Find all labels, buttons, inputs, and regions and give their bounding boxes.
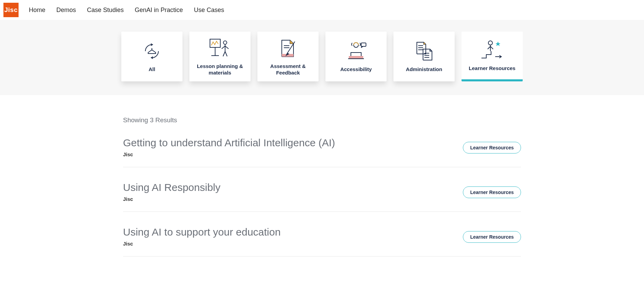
result-title[interactable]: Getting to understand Artificial Intelli…: [123, 137, 335, 149]
result-tag[interactable]: Learner Resources: [463, 231, 521, 243]
result-tag[interactable]: Learner Resources: [463, 142, 521, 153]
svg-line-29: [488, 46, 490, 49]
svg-point-4: [223, 41, 227, 44]
svg-line-9: [225, 52, 227, 56]
svg-line-7: [225, 46, 229, 49]
results-area: Showing 3 Results Getting to understand …: [123, 95, 521, 285]
result-title[interactable]: Using AI Responsibly: [123, 182, 220, 193]
filter-label: Administration: [406, 66, 442, 73]
nav-home[interactable]: Home: [29, 7, 45, 14]
result-source: Jisc: [123, 241, 281, 247]
jisc-logo-text: Jisc: [4, 6, 18, 14]
accessibility-icon: [344, 40, 368, 62]
filter-label: All: [148, 66, 155, 73]
administration-icon: [412, 40, 436, 62]
lesson-icon: [208, 37, 232, 59]
learner-icon: [480, 39, 504, 61]
jisc-logo[interactable]: Jisc: [3, 3, 19, 17]
svg-marker-31: [496, 42, 500, 46]
filter-card-accessibility[interactable]: Accessibility: [325, 32, 387, 81]
filter-strip: All Lesson planning & materials: [0, 20, 644, 95]
primary-nav: Home Demos Case Studies GenAI in Practic…: [29, 7, 224, 14]
result-title[interactable]: Using AI to support your education: [123, 226, 281, 238]
svg-rect-17: [349, 56, 363, 59]
results-count: Showing 3 Results: [123, 116, 521, 124]
assessment-icon: [278, 37, 298, 59]
result-item: Getting to understand Artificial Intelli…: [123, 137, 521, 167]
result-item: Using AI Responsibly Jisc Learner Resour…: [123, 182, 521, 212]
filter-card-learner-resources[interactable]: Learner Resources: [462, 32, 523, 81]
nav-case-studies[interactable]: Case Studies: [87, 7, 124, 14]
result-source: Jisc: [123, 151, 335, 157]
filter-card-all[interactable]: All: [121, 32, 182, 81]
all-icon: [141, 40, 163, 62]
svg-line-8: [223, 52, 225, 56]
svg-point-27: [488, 41, 492, 45]
nav-use-cases[interactable]: Use Cases: [194, 7, 224, 14]
svg-marker-10: [290, 40, 293, 44]
nav-demos[interactable]: Demos: [56, 7, 76, 14]
result-source: Jisc: [123, 196, 220, 202]
svg-line-30: [490, 46, 493, 49]
filter-label: Assessment & Feedback: [260, 63, 316, 76]
filter-label: Learner Resources: [469, 65, 515, 72]
svg-line-6: [222, 46, 225, 49]
filter-label: Lesson planning & materials: [192, 63, 248, 76]
filter-card-administration[interactable]: Administration: [393, 32, 455, 81]
filter-label: Accessibility: [340, 66, 372, 73]
nav-genai-practice[interactable]: GenAI in Practice: [135, 7, 183, 14]
result-item: Using AI to support your education Jisc …: [123, 226, 521, 257]
site-header: Jisc Home Demos Case Studies GenAI in Pr…: [0, 0, 644, 20]
filter-card-lesson-planning[interactable]: Lesson planning & materials: [189, 32, 251, 81]
filter-card-assessment[interactable]: Assessment & Feedback: [257, 32, 319, 81]
result-tag[interactable]: Learner Resources: [463, 186, 521, 198]
svg-rect-19: [361, 43, 366, 46]
